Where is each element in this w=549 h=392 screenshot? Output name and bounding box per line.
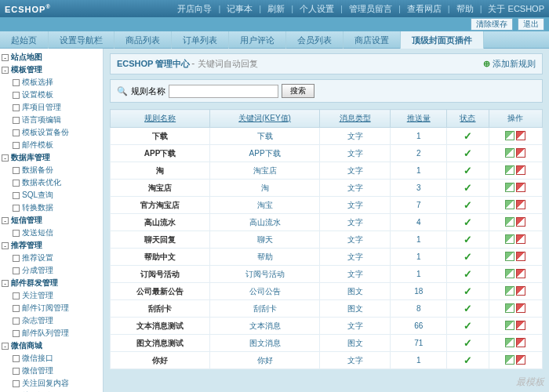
sidebar-item[interactable]: 杂志管理 <box>2 314 101 327</box>
check-icon[interactable]: ✓ <box>464 216 472 228</box>
sidebar-item[interactable]: 微信接口 <box>2 352 101 365</box>
check-icon[interactable]: ✓ <box>464 199 472 211</box>
sidebar-item[interactable]: 库项目管理 <box>2 101 101 114</box>
delete-icon[interactable] <box>516 200 525 209</box>
sidebar-item[interactable]: 设置模板 <box>2 89 101 101</box>
sidebar-category[interactable]: -推荐管理 <box>2 239 101 252</box>
delete-icon[interactable] <box>516 217 525 227</box>
sidebar-item[interactable]: 数据表优化 <box>2 176 101 189</box>
sidebar-item[interactable]: 微信管理 <box>2 365 101 377</box>
sidebar-item[interactable]: 转换数据 <box>2 201 101 214</box>
edit-icon[interactable] <box>505 252 514 261</box>
clear-cache-button[interactable]: 清除缓存 <box>471 18 513 31</box>
cell-name[interactable]: 订阅号活动 <box>111 266 210 283</box>
column-header[interactable]: 推送量 <box>391 110 447 128</box>
sidebar-item[interactable]: 推荐设置 <box>2 252 101 264</box>
sidebar-item[interactable]: 模板设置备份 <box>2 126 101 139</box>
search-input[interactable] <box>169 85 278 98</box>
sidebar-item[interactable]: 邮件模板 <box>2 139 101 151</box>
sidebar-item[interactable]: 关注管理 <box>2 289 101 302</box>
topnav-link[interactable]: 记事本 <box>227 3 253 15</box>
sidebar-category[interactable]: -邮件群发管理 <box>2 277 101 289</box>
menu-item[interactable]: 订单列表 <box>172 31 229 49</box>
column-header[interactable]: 消息类型 <box>319 110 390 128</box>
delete-icon[interactable] <box>516 355 525 365</box>
check-icon[interactable]: ✓ <box>464 182 472 194</box>
menu-item[interactable]: 用户评论 <box>229 31 286 49</box>
topnav-link[interactable]: 关于 ECSHOP <box>488 3 544 15</box>
column-header[interactable]: 操作 <box>489 110 542 128</box>
sidebar-item[interactable]: SQL查询 <box>2 189 101 201</box>
delete-icon[interactable] <box>516 183 525 192</box>
cell-name[interactable]: 你好 <box>111 352 210 369</box>
menu-item[interactable]: 商店设置 <box>344 31 401 49</box>
check-icon[interactable]: ✓ <box>464 285 472 297</box>
menu-item[interactable]: 商品列表 <box>115 31 172 49</box>
cell-name[interactable]: 图文消息测试 <box>111 335 210 352</box>
cell-name[interactable]: 淘宝店 <box>111 180 210 197</box>
edit-icon[interactable] <box>505 286 514 296</box>
logout-button[interactable]: 退出 <box>518 18 544 31</box>
column-header[interactable]: 规则名称 <box>111 110 210 128</box>
sidebar-item[interactable]: 邮件队列管理 <box>2 327 101 339</box>
check-icon[interactable]: ✓ <box>464 251 472 263</box>
sidebar-item[interactable]: 语言项编辑 <box>2 114 101 126</box>
check-icon[interactable]: ✓ <box>464 147 472 159</box>
cell-name[interactable]: 淘 <box>111 162 210 180</box>
check-icon[interactable]: ✓ <box>464 234 472 245</box>
edit-icon[interactable] <box>505 234 514 244</box>
cell-name[interactable]: 公司最新公告 <box>111 283 210 300</box>
delete-icon[interactable] <box>516 165 525 175</box>
cell-name[interactable]: 文本消息测试 <box>111 318 210 335</box>
sidebar-item[interactable]: 关注回复内容 <box>2 377 101 390</box>
check-icon[interactable]: ✓ <box>464 165 472 176</box>
delete-icon[interactable] <box>516 148 525 158</box>
column-header[interactable]: 状态 <box>447 110 489 128</box>
sidebar-category[interactable]: -短信管理 <box>2 214 101 227</box>
sidebar-item[interactable]: 模板选择 <box>2 76 101 89</box>
edit-icon[interactable] <box>505 355 514 365</box>
cell-name[interactable]: APP下载 <box>111 145 210 162</box>
edit-icon[interactable] <box>505 321 514 330</box>
edit-icon[interactable] <box>505 269 514 278</box>
topnav-link[interactable]: 刷新 <box>267 3 285 15</box>
cell-name[interactable]: 帮助中文 <box>111 249 210 266</box>
topnav-link[interactable]: 查看网店 <box>407 3 442 15</box>
search-button[interactable]: 搜索 <box>282 84 314 98</box>
edit-icon[interactable] <box>505 217 514 227</box>
menu-item[interactable]: 设置导航栏 <box>49 31 115 49</box>
sidebar-item[interactable]: 数据备份 <box>2 164 101 176</box>
edit-icon[interactable] <box>505 338 514 347</box>
sidebar-item[interactable]: 分成管理 <box>2 264 101 277</box>
check-icon[interactable]: ✓ <box>464 303 472 314</box>
check-icon[interactable]: ✓ <box>464 130 472 142</box>
topnav-link[interactable]: 帮助 <box>456 3 474 15</box>
sidebar-item[interactable]: 邮件订阅管理 <box>2 302 101 314</box>
add-rule-link[interactable]: ⊕添加新规则 <box>483 58 536 70</box>
topnav-link[interactable]: 个人设置 <box>300 3 334 15</box>
cell-name[interactable]: 刮刮卡 <box>111 300 210 318</box>
delete-icon[interactable] <box>516 252 525 261</box>
sidebar-category[interactable]: -站点地图 <box>2 51 101 64</box>
check-icon[interactable]: ✓ <box>464 268 472 280</box>
edit-icon[interactable] <box>505 303 514 313</box>
delete-icon[interactable] <box>516 131 525 140</box>
edit-icon[interactable] <box>505 165 514 175</box>
menu-item[interactable]: 顶级封面页插件 <box>401 31 484 49</box>
delete-icon[interactable] <box>516 321 525 330</box>
check-icon[interactable]: ✓ <box>464 320 472 332</box>
edit-icon[interactable] <box>505 183 514 192</box>
edit-icon[interactable] <box>505 200 514 209</box>
delete-icon[interactable] <box>516 234 525 244</box>
topnav-link[interactable]: 管理员留言 <box>349 3 392 15</box>
cell-name[interactable]: 官方淘宝店 <box>111 197 210 214</box>
delete-icon[interactable] <box>516 269 525 278</box>
sidebar[interactable]: -站点地图-模板管理模板选择设置模板库项目管理语言项编辑模板设置备份邮件模板-数… <box>0 49 104 392</box>
edit-icon[interactable] <box>505 131 514 140</box>
check-icon[interactable]: ✓ <box>464 354 472 366</box>
cell-name[interactable]: 高山流水 <box>111 214 210 231</box>
sidebar-item[interactable]: 发送短信 <box>2 227 101 239</box>
delete-icon[interactable] <box>516 286 525 296</box>
sidebar-category[interactable]: -模板管理 <box>2 64 101 76</box>
sidebar-category[interactable]: -数据库管理 <box>2 151 101 164</box>
